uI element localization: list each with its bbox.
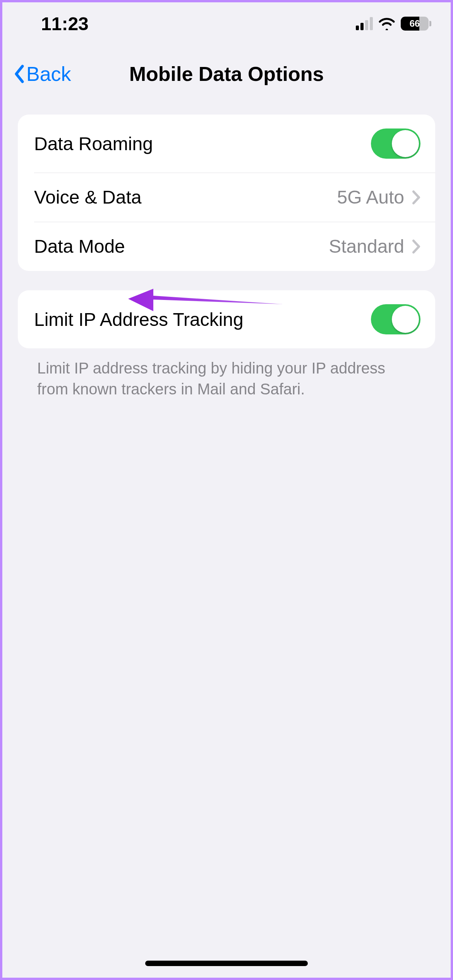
status-bar: 11:23 66 [2,2,451,45]
chevron-left-icon [13,65,25,83]
limit-ip-toggle[interactable] [371,304,420,334]
data-roaming-toggle[interactable] [371,128,420,159]
page-title: Mobile Data Options [129,62,324,86]
chevron-right-icon [412,190,420,205]
row-label: Limit IP Address Tracking [34,309,244,330]
navigation-bar: Back Mobile Data Options [2,45,451,103]
row-label: Data Roaming [34,133,153,154]
home-indicator[interactable] [145,961,308,966]
row-data-roaming[interactable]: Data Roaming [18,115,435,173]
back-label: Back [26,62,71,86]
back-button[interactable]: Back [13,62,71,86]
battery-icon: 66 [401,17,431,31]
settings-group-1: Data Roaming Voice & Data 5G Auto Data M… [18,115,435,271]
row-label: Data Mode [34,236,125,257]
row-data-mode[interactable]: Data Mode Standard [18,222,435,271]
screen: 11:23 66 Back [0,0,453,980]
group-footer-text: Limit IP address tracking by hiding your… [18,348,435,399]
status-time: 11:23 [41,13,89,34]
row-value: 5G Auto [337,187,404,208]
battery-percent: 66 [401,17,429,31]
content: Data Roaming Voice & Data 5G Auto Data M… [2,115,451,399]
row-value: Standard [329,236,404,257]
chevron-right-icon [412,239,420,254]
row-voice-data[interactable]: Voice & Data 5G Auto [18,173,435,222]
cellular-signal-icon [356,17,373,30]
row-label: Voice & Data [34,187,142,208]
row-limit-ip[interactable]: Limit IP Address Tracking [18,290,435,348]
settings-group-2: Limit IP Address Tracking [18,290,435,348]
wifi-icon [378,17,395,30]
